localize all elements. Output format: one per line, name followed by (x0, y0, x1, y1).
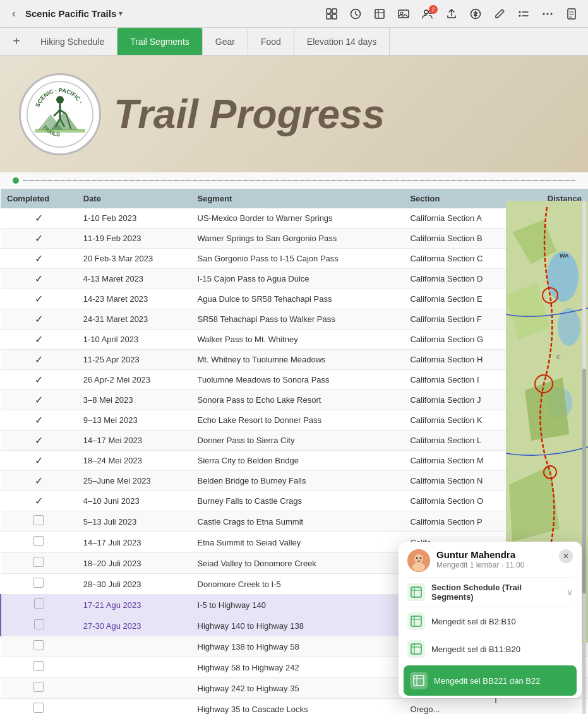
completed-cell[interactable]: ✓ (1, 451, 77, 471)
table-row[interactable]: ✓14–17 Mei 2023Donner Pass to Sierra Cit… (1, 431, 588, 451)
comment-close-button[interactable]: ✕ (559, 549, 573, 563)
completed-cell[interactable] (1, 678, 77, 699)
completed-cell[interactable]: ✓ (1, 289, 77, 309)
completed-cell[interactable]: ✓ (1, 370, 77, 390)
back-button[interactable]: ‹ (5, 5, 23, 23)
segment-cell: Sierra City to Belden Bridge (191, 451, 404, 471)
table-row[interactable]: ✓9–13 Mei 2023Echo Lake Resort to Donner… (1, 410, 588, 431)
table-row[interactable]: ✓1-10 April 2023Walker Pass to Mt. Whitn… (1, 330, 588, 350)
table-row[interactable]: ✓18–24 Mei 2023Sierra City to Belden Bri… (1, 451, 588, 471)
table-row[interactable]: ✓24-31 Maret 2023SR58 Tehachapi Pass to … (1, 309, 588, 330)
segment-cell: Highway 138 to Highway 58 (191, 636, 404, 657)
tab-trail-segments[interactable]: Trail Segments (117, 28, 203, 55)
table-row[interactable]: ✓25–June Mei 2023Belden Bridge to Burney… (1, 471, 588, 491)
clock-icon[interactable] (344, 3, 367, 25)
completed-cell[interactable] (1, 574, 77, 595)
segment-cell: I-5 to Highway 140 (191, 595, 404, 616)
completed-cell[interactable]: ✓ (1, 491, 77, 511)
table-row[interactable]: ✓20 Feb-3 Mar 2023San Gorgonio Pass to I… (1, 249, 588, 269)
pen-icon[interactable] (488, 3, 511, 25)
date-cell: 24-31 Maret 2023 (77, 309, 191, 330)
comment-edit-icon-2 (407, 640, 425, 658)
table-row[interactable]: ✓14-23 Maret 2023Agua Dulce to SR58 Teha… (1, 289, 588, 309)
dollar-icon[interactable] (464, 3, 487, 25)
completed-cell[interactable]: ✓ (1, 269, 77, 289)
table-row[interactable]: ✓1-10 Feb 2023US-Mexico Border to Warner… (1, 208, 588, 229)
table-row[interactable]: ✓26 Apr-2 Mei 2023Tuolumne Meadows to So… (1, 370, 588, 390)
comment-edit-text-2: Mengedit sel di B11:B20 (431, 645, 573, 654)
svg-rect-51 (411, 644, 421, 654)
completed-cell[interactable]: ✓ (1, 330, 77, 350)
completed-cell[interactable]: ✓ (1, 390, 77, 410)
segment-cell: Highway 242 to Highway 35 (191, 678, 404, 699)
users-icon[interactable]: 2 (416, 3, 439, 25)
completed-cell[interactable] (1, 616, 77, 636)
date-cell (77, 657, 191, 678)
completed-cell[interactable]: ✓ (1, 471, 77, 491)
table-row[interactable]: ✓11-19 Feb 2023Warner Springs to San Gor… (1, 229, 588, 249)
completed-cell[interactable]: ✓ (1, 410, 77, 431)
completed-cell[interactable] (1, 699, 77, 715)
svg-point-46 (412, 562, 425, 571)
segment-cell: Highway 35 to Cascade Locks (191, 699, 404, 715)
table-row[interactable]: ✓4–10 Juni 2023Burney Falls to Castle Cr… (1, 491, 588, 511)
layers-icon[interactable] (368, 3, 391, 25)
title-dropdown-arrow: ▾ (119, 9, 123, 18)
tab-food[interactable]: Food (248, 28, 294, 55)
completed-cell[interactable] (1, 511, 77, 532)
table-row[interactable]: 5–13 Juli 2023Castle Crags to Etna Summi… (1, 511, 588, 532)
svg-rect-6 (399, 10, 409, 18)
segment-cell: US-Mexico Border to Warner Springs (191, 208, 404, 229)
completed-cell[interactable]: ✓ (1, 309, 77, 330)
app-title[interactable]: Scenic Pacific Trails ▾ (25, 8, 123, 19)
share-icon[interactable] (440, 3, 463, 25)
completed-cell[interactable]: ✓ (1, 431, 77, 451)
table-row[interactable]: ✓11-25 Apr 2023Mt. Whitney to Tuolumne M… (1, 350, 588, 370)
comment-edit-item-2[interactable]: Mengedit sel di B11:B20 (399, 635, 582, 663)
table-row[interactable]: ✓4-13 Maret 2023I-15 Cajon Pass to Agua … (1, 269, 588, 289)
comment-edit-item-1[interactable]: Mengedit sel di B2:B10 (399, 607, 582, 635)
tab-hiking-schedule[interactable]: Hiking Schedule (28, 28, 117, 55)
comment-edit-item-3[interactable]: Mengedit sel BB221 dan B22 (404, 665, 577, 696)
table-row[interactable]: Highway 35 to Cascade LocksOrego... (1, 699, 588, 715)
completed-cell[interactable] (1, 532, 77, 553)
completed-cell[interactable] (1, 636, 77, 657)
table-row[interactable]: ✓3–8 Mei 2023Sonora Pass to Echo Lake Re… (1, 390, 588, 410)
comment-section-label: Section Schedule (Trail Segments) (431, 583, 560, 602)
date-cell: 17-21 Agu 2023 (77, 595, 191, 616)
section-cell: California Section N (404, 471, 523, 491)
list-icon[interactable] (512, 3, 535, 25)
photo-icon[interactable] (392, 3, 415, 25)
more-icon[interactable] (536, 3, 559, 25)
date-cell: 20 Feb-3 Mar 2023 (77, 249, 191, 269)
tab-elevation[interactable]: Elevation 14 days (294, 28, 390, 55)
segment-cell: Belden Bridge to Burney Falls (191, 471, 404, 491)
completed-cell[interactable] (1, 553, 77, 574)
tab-gear[interactable]: Gear (203, 28, 248, 55)
scroll-thumb[interactable] (582, 369, 586, 593)
comment-edit-icon-3 (410, 672, 428, 689)
comment-section-schedule[interactable]: Section Schedule (Trail Segments) ∨ (399, 578, 582, 607)
completed-cell[interactable]: ✓ (1, 208, 77, 229)
segment-cell: Walker Pass to Mt. Whitney (191, 330, 404, 350)
svg-rect-49 (411, 587, 421, 597)
segment-cell: Burney Falls to Castle Crags (191, 491, 404, 511)
date-cell: 5–13 Juli 2023 (77, 511, 191, 532)
completed-cell[interactable]: ✓ (1, 350, 77, 370)
date-cell: 18–24 Mei 2023 (77, 451, 191, 471)
doc-icon[interactable] (560, 3, 583, 25)
completed-cell[interactable] (1, 657, 77, 678)
scroll-indicator[interactable] (582, 201, 586, 714)
grid-icon[interactable] (320, 3, 343, 25)
add-sheet-button[interactable]: + (5, 28, 28, 55)
completed-cell[interactable] (1, 595, 77, 616)
completed-cell[interactable]: ✓ (1, 229, 77, 249)
section-cell: California Section L (404, 431, 523, 451)
comment-section-icon (407, 583, 425, 601)
svg-point-12 (519, 15, 521, 16)
date-cell: 18–20 Juli 2023 (77, 553, 191, 574)
section-cell: California Section I (404, 370, 523, 390)
svg-point-47 (416, 557, 418, 559)
completed-cell[interactable]: ✓ (1, 249, 77, 269)
segment-cell: Highway 140 to Highway 138 (191, 616, 404, 636)
